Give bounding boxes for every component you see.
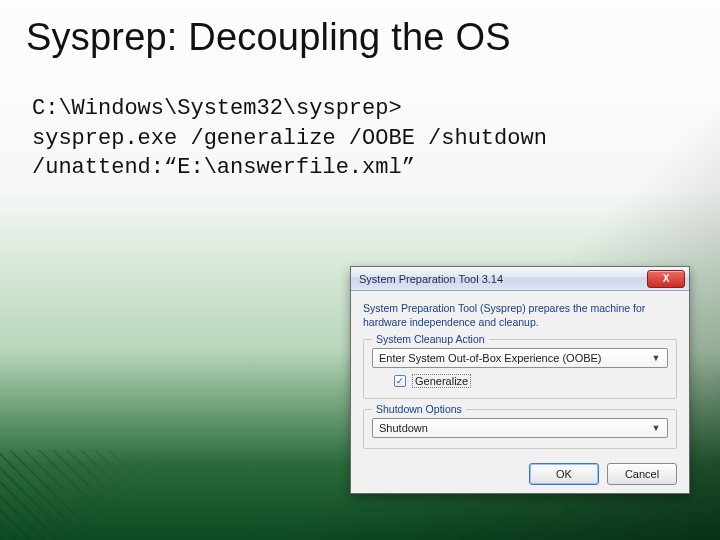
generalize-checkbox[interactable]: ✓ bbox=[394, 375, 406, 387]
slide: Sysprep: Decoupling the OS C:\Windows\Sy… bbox=[0, 0, 720, 540]
chevron-down-icon: ▼ bbox=[649, 421, 663, 435]
group-cleanup-label: System Cleanup Action bbox=[372, 333, 489, 345]
dialog-body: System Preparation Tool (Sysprep) prepar… bbox=[351, 291, 689, 493]
command-text: C:\Windows\System32\sysprep> sysprep.exe… bbox=[32, 94, 680, 183]
cancel-button[interactable]: Cancel bbox=[607, 463, 677, 485]
group-shutdown-label: Shutdown Options bbox=[372, 403, 466, 415]
dialog-button-row: OK Cancel bbox=[363, 459, 677, 485]
sysprep-dialog: System Preparation Tool 3.14 X System Pr… bbox=[350, 266, 690, 494]
group-cleanup: System Cleanup Action Enter System Out-o… bbox=[363, 339, 677, 399]
generalize-label: Generalize bbox=[412, 374, 471, 388]
ok-button[interactable]: OK bbox=[529, 463, 599, 485]
shutdown-options-value: Shutdown bbox=[379, 422, 428, 434]
dialog-titlebar[interactable]: System Preparation Tool 3.14 X bbox=[351, 267, 689, 291]
generalize-row: ✓ Generalize bbox=[372, 374, 668, 388]
dialog-caption: System Preparation Tool 3.14 bbox=[359, 273, 503, 285]
shutdown-options-select[interactable]: Shutdown ▼ bbox=[372, 418, 668, 438]
slide-title: Sysprep: Decoupling the OS bbox=[26, 16, 511, 59]
close-button[interactable]: X bbox=[647, 270, 685, 288]
close-icon: X bbox=[663, 273, 670, 284]
chevron-down-icon: ▼ bbox=[649, 351, 663, 365]
dialog-description: System Preparation Tool (Sysprep) prepar… bbox=[363, 301, 677, 329]
cleanup-action-value: Enter System Out-of-Box Experience (OOBE… bbox=[379, 352, 602, 364]
group-shutdown: Shutdown Options Shutdown ▼ bbox=[363, 409, 677, 449]
cleanup-action-select[interactable]: Enter System Out-of-Box Experience (OOBE… bbox=[372, 348, 668, 368]
